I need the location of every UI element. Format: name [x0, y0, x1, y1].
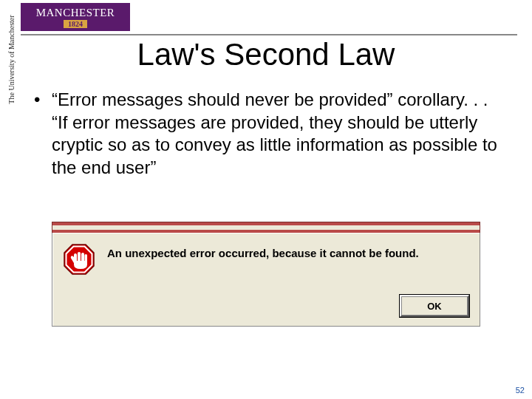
title-divider	[21, 34, 517, 35]
ok-button[interactable]: OK	[400, 295, 469, 317]
slide: The University of Manchester MANCHESTER …	[0, 0, 532, 399]
error-dialog: An unexpected error occurred, because it…	[52, 222, 480, 327]
page-number: 52	[516, 386, 525, 395]
dialog-body: An unexpected error occurred, because it…	[52, 233, 480, 327]
slide-body: “Error messages should never be provided…	[30, 89, 502, 180]
logo-year: 1824	[64, 20, 87, 28]
bullet-item: “Error messages should never be provided…	[49, 89, 502, 180]
logo-name: MANCHESTER	[36, 7, 115, 19]
dialog-message: An unexpected error occurred, because it…	[107, 243, 419, 261]
stop-hand-icon	[63, 243, 95, 279]
slide-title: Law's Second Law	[0, 37, 532, 72]
manchester-logo: MANCHESTER 1824	[21, 3, 130, 31]
